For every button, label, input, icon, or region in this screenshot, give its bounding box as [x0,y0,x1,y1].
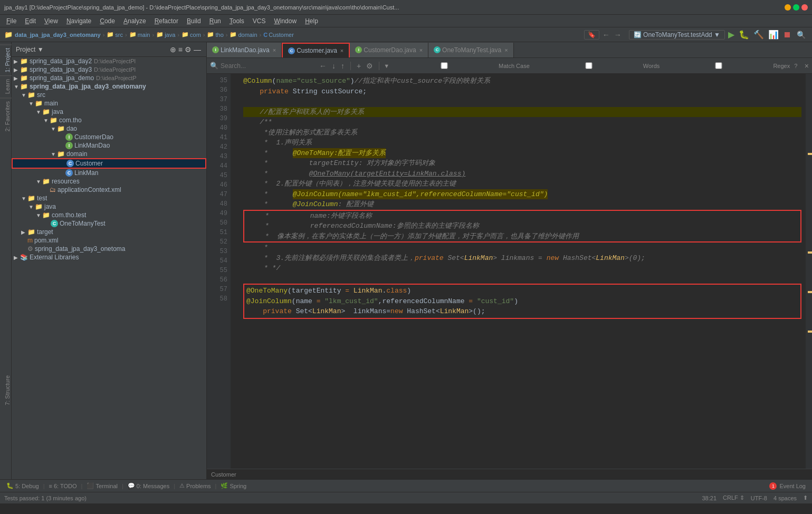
menu-tools[interactable]: Tools [225,16,249,26]
tree-item-spring-short[interactable]: ▶ ⚙ spring_data_jpa_day3_onetoma [12,245,206,253]
tab-customer-dao[interactable]: I CustomerDao.java × [350,43,428,57]
regex-option[interactable]: Regex [666,62,790,69]
cursor-position[interactable]: 38:21 [702,495,717,501]
navigate-forward-icon[interactable]: → [613,30,623,40]
tab-close[interactable]: × [504,47,508,53]
close-button[interactable] [801,4,808,11]
menu-file[interactable]: File [2,16,21,26]
breadcrumb-main[interactable]: main [138,32,150,38]
menu-edit[interactable]: Edit [21,16,40,26]
indent[interactable]: 4 spaces [773,495,797,501]
tree-item-com-tho[interactable]: ▼ 📁 com.tho [12,116,206,124]
breadcrumb-domain[interactable]: domain [238,32,257,38]
tree-item-customer-dao[interactable]: ▶ I CustomerDao [12,133,206,141]
run-config-dropdown[interactable]: 🔄 OneToManyTest.testAdd ▼ [629,30,725,40]
event-log-button[interactable]: 1 Event Log [767,482,808,490]
tree-item[interactable]: ▶ 📁 spring_data_jpa_day2 D:\ideaProjectP… [12,57,206,65]
menu-vcs[interactable]: VCS [249,16,270,26]
terminal-button[interactable]: ⬛ Terminal [84,482,120,489]
code-content[interactable]: @Column(name="cust_source")//指定和表中cust_s… [239,74,806,469]
menu-refactor[interactable]: Refactor [150,16,183,26]
tree-item-external-libs[interactable]: ▶ 📚 External Libraries [12,253,206,261]
fold-icon-55[interactable] [231,282,239,292]
todo-button[interactable]: ≡ 6: TODO [47,483,79,489]
breadcrumb-root[interactable]: data_jpa_jpa_day3_onetomany [15,32,101,38]
search-config-btn[interactable]: ⚙ [365,61,375,71]
match-case-checkbox[interactable] [391,62,497,69]
minimize-button[interactable] [785,4,791,11]
regex-checkbox[interactable] [666,62,771,69]
search-up-btn[interactable]: ↑ [339,61,346,71]
problems-button[interactable]: ⚠ Problems [177,482,213,489]
breadcrumb-com[interactable]: com [190,32,201,38]
tree-item-linkman-dao[interactable]: ▶ I LinkManDao [12,141,206,150]
collapse-icon[interactable]: ≡ [177,44,184,55]
tree-item-target[interactable]: ▶ 📁 target [12,228,206,236]
encoding[interactable]: UTF-8 [751,495,767,501]
menu-window[interactable]: Window [270,16,301,26]
search-prev-btn[interactable]: ← [318,61,328,71]
menu-code[interactable]: Code [95,16,119,26]
scope-icon[interactable]: ⊕ [169,44,177,55]
regex-help-icon[interactable]: ? [794,63,797,69]
debug-button[interactable]: 🐛 [738,28,750,41]
tab-linkman-dao[interactable]: I LinkManDao.java × [207,43,282,57]
words-checkbox[interactable] [536,62,642,69]
stop-button[interactable]: ⏹ [782,29,792,41]
tab-customer[interactable]: C Customer.java × [282,43,350,57]
tree-item-onetomany-test[interactable]: ▶ C OneToManyTest [12,219,206,228]
hide-panel-icon[interactable]: — [193,44,202,55]
tree-item-main[interactable]: ▼ 📁 main [12,99,206,108]
tree-item-onetomany[interactable]: ▼ 📁 spring_data_jpa_jpa_day3_onetomany [12,82,206,91]
build-button[interactable]: 🔨 [752,28,765,41]
global-search-button[interactable]: 🔍 [795,30,808,40]
tab-structure[interactable]: 7: Structure [0,372,12,409]
tree-item-src[interactable]: ▼ 📁 src [12,91,206,99]
line-ending[interactable]: CRLF ⇕ [723,494,744,501]
words-option[interactable]: Words [536,62,660,69]
tree-item-pom[interactable]: ▶ m pom.xml [12,236,206,245]
tab-project[interactable]: 1: Project [0,44,12,75]
tab-onetomany-test[interactable]: C OneToManyTest.java × [428,43,514,57]
tab-close[interactable]: × [419,47,423,53]
tree-item-customer[interactable]: ▶ C Customer [12,158,206,169]
match-case-option[interactable]: Match Case [391,62,530,69]
bookmark-icon[interactable]: 🔖 [584,30,599,40]
tree-item-test[interactable]: ▼ 📁 test [12,194,206,202]
tree-item-appcontext[interactable]: ▶ 🗂 applicationContext.xml [12,186,206,194]
breadcrumb-java[interactable]: java [165,32,175,38]
menu-run[interactable]: Run [205,16,225,26]
tree-item[interactable]: ▶ 📁 spring_data_jpa_day3 D:\ideaProjectP… [12,65,206,74]
search-add-icon[interactable]: + [355,61,362,71]
search-next-btn[interactable]: ↓ [330,61,337,71]
menu-help[interactable]: Help [301,16,322,26]
tree-item-test-java[interactable]: ▼ 📁 java [12,202,206,211]
tree-item-com-tho-test[interactable]: ▼ 📁 com.tho.test [12,211,206,219]
menu-analyze[interactable]: Analyze [119,16,150,26]
settings-icon[interactable]: ⚙ [184,44,193,55]
tree-item-resources[interactable]: ▼ 📁 resources [12,177,206,186]
coverage-button[interactable]: 📊 [767,28,780,41]
breadcrumb-customer[interactable]: Customer [269,32,294,38]
spring-button[interactable]: 🌿 Spring [218,482,249,489]
tree-item[interactable]: ▶ 📁 spring_data_jpa_demo D:\ideaProjectP [12,74,206,82]
debug-button-bottom[interactable]: 🐛 5: Debug [4,482,41,489]
tree-item-linkman[interactable]: ▶ C LinkMan [12,169,206,177]
tab-close[interactable]: × [273,47,276,53]
messages-button[interactable]: 💬 0: Messages [126,482,171,489]
tab-favorites[interactable]: 2: Favorites [0,98,12,134]
maximize-button[interactable] [793,4,799,11]
breadcrumb-tho[interactable]: tho [215,32,223,38]
fold-icon-44[interactable] [231,169,239,179]
search-close-btn[interactable]: × [805,62,809,70]
tree-item-domain[interactable]: ▼ 📁 domain [12,150,206,158]
navigate-back-icon[interactable]: ← [601,30,611,40]
tree-item-java[interactable]: ▼ 📁 java [12,108,206,116]
tab-close[interactable]: × [340,47,343,54]
menu-view[interactable]: View [40,16,62,26]
search-input[interactable] [221,62,316,70]
tree-item-dao[interactable]: ▼ 📁 dao [12,124,206,133]
menu-build[interactable]: Build [183,16,205,26]
breadcrumb-src[interactable]: src [115,32,123,38]
run-button[interactable]: ▶ [727,28,735,41]
